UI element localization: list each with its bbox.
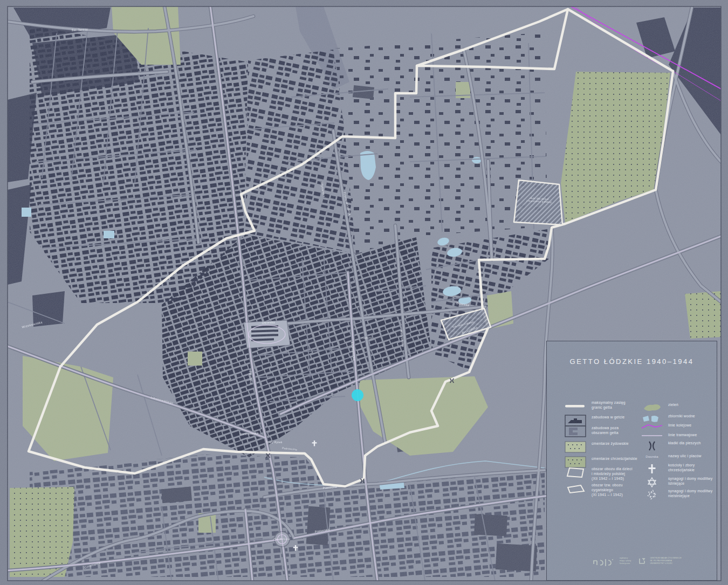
legend-item-railway: linie kolejowe bbox=[640, 422, 715, 431]
legend-item-footbridges: kładki dla pieszych bbox=[640, 440, 715, 452]
street-name-sample: Dworska bbox=[640, 453, 664, 460]
star-of-david-icon bbox=[640, 476, 664, 488]
legend-item-street-names: Dworska nazwy ulic i placów bbox=[640, 453, 715, 460]
legend-item-children-camp: obszar obozu dla dzieci i młodzieży pols… bbox=[563, 466, 649, 481]
legend-item-churches: kościoły i zbory chrześcijańskie bbox=[640, 462, 715, 475]
children-camp-icon bbox=[563, 466, 588, 480]
legend-item-buildings-out: zabudowa poza obszarem getta bbox=[563, 425, 649, 438]
jewish-cemetery-icon bbox=[563, 441, 588, 453]
university-text: CENTRUM BADAŃ ŻYDOWSKICH IM. FILIPA FRIE… bbox=[650, 557, 681, 565]
railway-icon bbox=[640, 422, 664, 431]
broken-star-icon bbox=[640, 488, 664, 501]
footbridge-icon bbox=[640, 440, 664, 452]
university-logo: CENTRUM BADAŃ ŻYDOWSKICH IM. FILIPA FRIE… bbox=[638, 557, 681, 566]
location-marker[interactable] bbox=[352, 389, 363, 401]
map-title: GETTO ŁÓDZKIE 1940–1944 bbox=[547, 357, 717, 366]
street-label: Stary Rynek bbox=[266, 441, 283, 444]
church-cross-icon bbox=[640, 462, 664, 475]
legend-item-gypsy-camp: obszar tzw. obozu cygańskiego (XI 1941 –… bbox=[563, 482, 649, 497]
credits: wydawca mapy i plany historyczne CENTRUM… bbox=[592, 557, 682, 568]
boundary-line-icon bbox=[563, 400, 588, 412]
map-poster: Św. TeresyWrześnieńskaLimanowskiegoDrewn… bbox=[0, 0, 728, 585]
legend-item-synagogues-existing: synagogi i domy modlitwy istniejące bbox=[640, 476, 715, 488]
tram-icon bbox=[640, 432, 664, 439]
buildings-outside-icon bbox=[563, 425, 588, 438]
street-label: Dworska bbox=[262, 321, 276, 325]
publisher-text: wydawca mapy i plany historyczne bbox=[620, 557, 631, 565]
legend-item-synagogues-gone: synagogi i domy modlitwy nieistniejące bbox=[640, 488, 715, 501]
publisher-logo-glyphs bbox=[592, 557, 617, 568]
legend-item-tram: linie tramwajowe bbox=[640, 432, 715, 439]
legend-item-boundary: maksymalny zasięg granic getta bbox=[563, 400, 649, 412]
svg-text:Dworska: Dworska bbox=[645, 455, 658, 458]
legend-item-jewish-cemeteries: cmentarze żydowskie bbox=[563, 441, 649, 453]
gypsy-camp-icon bbox=[563, 482, 588, 496]
street-label: Plac Wolności bbox=[273, 538, 290, 540]
legend-panel: GETTO ŁÓDZKIE 1940–1944 maksymalny zasię… bbox=[546, 341, 717, 581]
green-area-icon bbox=[640, 402, 664, 414]
publisher-logo: wydawca mapy i plany historyczne bbox=[592, 557, 631, 568]
legend-item-green: zieleń bbox=[640, 402, 715, 414]
university-logo-mark bbox=[638, 557, 647, 566]
market-square bbox=[244, 320, 290, 348]
christian-cemetery bbox=[10, 487, 74, 577]
